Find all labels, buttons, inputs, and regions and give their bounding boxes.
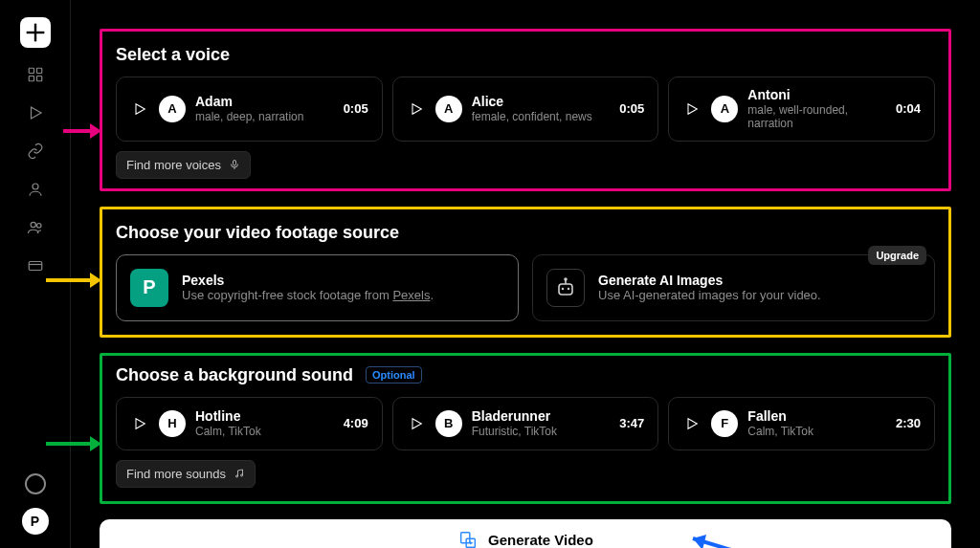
svg-point-7	[33, 184, 38, 189]
voice-tags: male, deep, narration	[195, 110, 334, 123]
footage-card-ai[interactable]: Upgrade Generate AI Images Use AI-genera…	[532, 254, 935, 321]
svg-rect-10	[29, 262, 42, 271]
progress-circle-icon[interactable]	[25, 473, 46, 494]
svg-marker-29	[412, 418, 421, 428]
sound-avatar: B	[435, 410, 462, 437]
generate-video-button[interactable]: Generate Video	[100, 519, 951, 548]
footage-card-pexels[interactable]: P Pexels Use copyright-free stock footag…	[116, 254, 519, 321]
footage-title: Pexels	[182, 273, 434, 288]
play-icon[interactable]	[130, 101, 149, 117]
upgrade-badge[interactable]: Upgrade	[868, 246, 926, 265]
footage-section: Choose your video footage source P Pexel…	[100, 207, 951, 338]
user-icon[interactable]	[24, 178, 47, 201]
footage-section-title: Choose your video footage source	[116, 223, 935, 243]
voice-section-title: Select a voice	[116, 45, 935, 65]
main-content: Select a voice A Adammale, deep, narrati…	[71, 0, 980, 548]
voice-duration: 0:04	[896, 101, 921, 116]
sound-avatar: F	[711, 410, 738, 437]
find-more-sounds-button[interactable]: Find more sounds	[116, 460, 256, 488]
voice-avatar: A	[159, 96, 186, 122]
svg-marker-6	[31, 107, 41, 119]
find-more-voices-label: Find more voices	[126, 158, 221, 172]
play-icon[interactable]	[407, 416, 426, 431]
svg-rect-5	[36, 77, 41, 81]
svg-rect-17	[233, 161, 235, 166]
new-button[interactable]	[20, 17, 51, 48]
voice-card[interactable]: A Adammale, deep, narration 0:05	[116, 77, 383, 142]
svg-rect-2	[29, 68, 33, 73]
play-icon[interactable]	[682, 101, 702, 117]
svg-rect-3	[36, 68, 41, 73]
voice-name: Antoni	[747, 87, 886, 103]
svg-marker-35	[470, 540, 474, 544]
svg-rect-21	[559, 284, 572, 295]
ai-robot-icon	[546, 269, 585, 307]
svg-rect-4	[29, 77, 33, 81]
sound-card[interactable]: F FallenCalm, TikTok 2:30	[668, 397, 935, 450]
sound-avatar: H	[159, 410, 186, 437]
footage-desc: Use copyright-free stock footage from Pe…	[182, 288, 434, 302]
sound-name: Bladerunner	[472, 408, 611, 425]
svg-marker-16	[688, 103, 697, 114]
sound-tags: Futuristic, TikTok	[472, 425, 611, 438]
sound-card[interactable]: B BladerunnerFuturistic, TikTok 3:47	[392, 397, 659, 450]
svg-point-32	[241, 474, 243, 476]
voice-tags: female, confident, news	[472, 110, 611, 123]
voice-duration: 0:05	[619, 101, 644, 116]
pexels-icon: P	[130, 269, 168, 307]
microphone-icon	[229, 159, 240, 170]
link-icon[interactable]	[24, 140, 47, 163]
users-icon[interactable]	[24, 216, 47, 239]
svg-point-31	[236, 475, 238, 477]
sound-section-title: Choose a background sound Optional	[116, 365, 935, 385]
generate-video-label: Generate Video	[488, 532, 593, 548]
generate-icon	[457, 530, 479, 548]
sound-name: Hotline	[195, 408, 334, 425]
svg-point-23	[568, 287, 569, 289]
find-more-voices-button[interactable]: Find more voices	[116, 151, 251, 179]
find-more-sounds-label: Find more sounds	[126, 467, 226, 481]
sound-name: Fallen	[747, 408, 886, 425]
play-icon[interactable]	[407, 101, 426, 117]
voice-name: Adam	[195, 94, 334, 110]
play-icon[interactable]	[682, 416, 702, 431]
svg-marker-28	[136, 418, 145, 428]
sound-card[interactable]: H HotlineCalm, TikTok 4:09	[116, 397, 383, 450]
optional-badge: Optional	[366, 366, 422, 384]
sound-section: Choose a background sound Optional H Hot…	[100, 353, 951, 504]
voice-tags: male, well-rounded, narration	[747, 103, 886, 131]
sound-duration: 2:30	[896, 416, 921, 430]
svg-point-22	[562, 287, 564, 289]
play-icon[interactable]	[130, 416, 149, 431]
footage-desc: Use AI-generated images for your video.	[598, 288, 821, 302]
music-note-icon	[234, 468, 245, 479]
play-nav-icon[interactable]	[24, 101, 47, 124]
voice-avatar: A	[435, 96, 462, 122]
dashboard-icon[interactable]	[24, 63, 47, 86]
svg-point-8	[31, 222, 35, 227]
svg-rect-33	[461, 532, 470, 542]
svg-marker-14	[136, 103, 145, 114]
svg-point-9	[36, 224, 41, 229]
svg-marker-15	[412, 103, 421, 114]
sound-duration: 4:09	[344, 416, 368, 430]
sound-tags: Calm, TikTok	[195, 425, 334, 438]
voice-duration: 0:05	[344, 101, 368, 116]
sidebar: P	[0, 0, 71, 548]
pexels-link[interactable]: Pexels	[392, 288, 430, 302]
voice-card[interactable]: A Antonimale, well-rounded, narration 0:…	[668, 77, 935, 142]
svg-marker-30	[688, 418, 697, 428]
voice-card[interactable]: A Alicefemale, confident, news 0:05	[392, 77, 659, 142]
billing-icon[interactable]	[24, 254, 47, 277]
voice-name: Alice	[472, 94, 611, 110]
sound-tags: Calm, TikTok	[747, 425, 886, 438]
voice-avatar: A	[711, 96, 738, 122]
footage-title: Generate AI Images	[598, 273, 821, 288]
sound-duration: 3:47	[619, 416, 644, 430]
user-avatar[interactable]: P	[22, 508, 49, 535]
voice-section: Select a voice A Adammale, deep, narrati…	[100, 29, 951, 191]
